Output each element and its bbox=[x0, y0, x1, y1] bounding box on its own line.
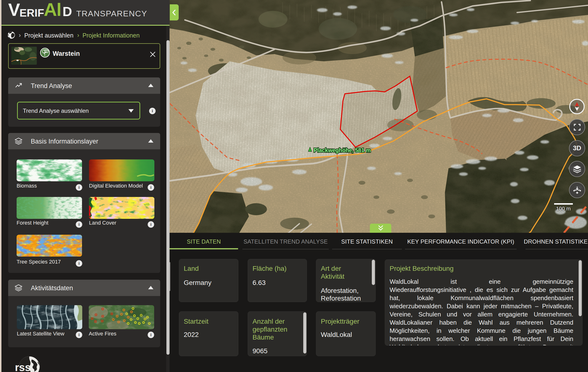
svg-text:rss: rss bbox=[15, 362, 31, 372]
svg-text:Plackweghöhe, 581 m: Plackweghöhe, 581 m bbox=[314, 147, 371, 154]
